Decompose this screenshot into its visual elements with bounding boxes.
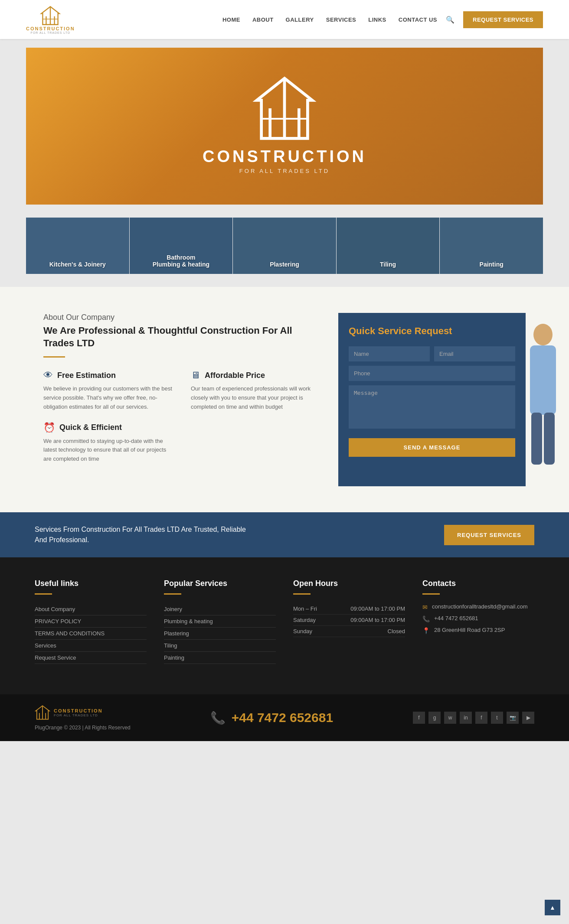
sunday-label: Sunday [293,628,312,634]
nav-links[interactable]: LINKS [368,16,386,23]
hours-row-sunday: Sunday Closed [293,626,405,637]
footer-logo-text: CONSTRUCTION [54,708,103,713]
contact-phone: +44 7472 652681 [434,615,478,621]
footer-logo-icon [35,705,50,720]
hours-row-weekday: Mon – Fri 09:00AM to 17:00 PM [293,603,405,615]
tile-plastering-label: Plastering [270,261,299,268]
nav-services[interactable]: SERVICES [326,16,356,23]
feature-free-estimation-desc: We believe in providing our customers wi… [43,384,173,411]
quick-form-title: Quick Service Request [349,325,515,338]
nav-home[interactable]: HOME [222,16,240,23]
social-icon-8[interactable]: ▶ [522,712,534,724]
feature-affordable-price-header: 🖥 Affordable Price [191,370,321,381]
message-textarea[interactable] [349,385,515,429]
logo[interactable]: CONSTRUCTION FOR ALL TRADES LTD [26,5,75,34]
footer-service-tiling[interactable]: Tiling [164,640,276,652]
nav-contact[interactable]: CONTACT US [399,16,437,23]
social-icon-2[interactable]: g [428,712,441,724]
footer-contacts-title: Contacts [422,579,534,588]
footer-grid: Useful links About Company PRIVACY POLIC… [35,579,534,664]
tile-bathroom-label: BathroomPlumbing & heating [153,254,209,268]
feature-affordable-price: 🖥 Affordable Price Our team of experienc… [191,370,321,411]
footer-link-request[interactable]: Request Service [35,652,147,664]
send-message-button[interactable]: SEND A MESSAGE [349,438,515,457]
footer-link-terms[interactable]: TERMS AND CONDITIONS [35,628,147,640]
social-icon-6[interactable]: t [491,712,503,724]
cta-request-button[interactable]: REQUEST SERVICES [444,525,534,545]
monitor-icon: 🖥 [191,370,200,381]
contact-email: constructionforalltradesltd@gmail.com [432,603,528,610]
contact-phone-row: 📞 +44 7472 652681 [422,615,534,622]
about-title: We Are Professional & Thoughtful Constru… [43,325,321,349]
nav-links: HOME ABOUT GALLERY SERVICES LINKS CONTAC… [222,16,437,23]
feature-affordable-price-desc: Our team of experienced professionals wi… [191,384,321,411]
tile-plastering[interactable]: Plastering [233,218,337,274]
eye-icon: 👁 [43,370,53,381]
about-section: About Our Company We Are Professional & … [0,287,569,512]
footer-phone-row: 📞 +44 7472 652681 [210,710,333,725]
service-tiles: Kitchen's & Joinery BathroomPlumbing & h… [26,218,543,274]
about-content: About Our Company We Are Professional & … [43,313,321,486]
footer-service-painting[interactable]: Painting [164,652,276,664]
cta-banner: Services From Construction For All Trade… [0,512,569,557]
svg-rect-14 [531,413,542,465]
social-icon-1[interactable]: f [413,712,425,724]
tile-kitchens[interactable]: Kitchen's & Joinery [26,218,130,274]
saturday-label: Saturday [293,617,316,623]
footer-popular-services-title: Popular Services [164,579,276,588]
tile-painting-label: Painting [480,261,504,268]
search-icon[interactable]: 🔍 [446,16,455,24]
social-icon-4[interactable]: in [460,712,472,724]
about-label: About Our Company [43,313,321,322]
name-input[interactable] [349,346,430,361]
sunday-hours: Closed [388,628,405,634]
form-phone-row [349,366,515,381]
feature-quick-efficient-desc: We are committed to staying up-to-date w… [43,437,173,464]
feature-quick-efficient-title: Quick & Efficient [59,423,122,432]
hero-title: CONSTRUCTION [203,147,366,166]
footer-open-hours-divider [293,593,311,595]
weekday-label: Mon – Fri [293,605,317,612]
footer-service-joinery[interactable]: Joinery [164,603,276,615]
svg-rect-15 [544,413,555,465]
tile-painting[interactable]: Painting [440,218,543,274]
request-services-button[interactable]: REQUEST SERVICES [463,11,543,28]
social-icon-5[interactable]: f [475,712,487,724]
person-silhouette [523,317,562,482]
logo-sub: FOR ALL TRADES LTD [31,31,70,34]
social-icon-3[interactable]: w [444,712,456,724]
footer-contacts-divider [422,593,440,595]
footer-link-privacy[interactable]: PRIVACY POLICY [35,615,147,628]
footer-bottom: CONSTRUCTION FOR ALL TRADES LTD PlugOran… [0,694,569,741]
footer-useful-links-title: Useful links [35,579,147,588]
phone-input[interactable] [349,366,515,381]
weekday-hours: 09:00AM to 17:00 PM [350,605,405,612]
footer-phone-icon: 📞 [210,711,226,725]
footer-link-services[interactable]: Services [35,640,147,652]
footer-useful-links: Useful links About Company PRIVACY POLIC… [35,579,147,664]
footer-contacts: Contacts ✉ constructionforalltradesltd@g… [422,579,534,664]
footer-open-hours: Open Hours Mon – Fri 09:00AM to 17:00 PM… [293,579,405,664]
footer-link-about[interactable]: About Company [35,603,147,615]
nav-gallery[interactable]: GALLERY [286,16,314,23]
nav-about[interactable]: ABOUT [252,16,274,23]
contact-address: 28 GreenHill Road G73 2SP [434,627,505,633]
feature-free-estimation-title: Free Estimation [57,371,116,380]
quick-service-form: Quick Service Request SEND A MESSAGE [338,313,526,486]
logo-icon [40,5,61,26]
footer-useful-links-divider [35,593,52,595]
clock-icon: ⏰ [43,422,55,433]
footer-service-plastering[interactable]: Plastering [164,628,276,640]
social-icon-7[interactable]: 📷 [507,712,519,724]
person-decoration [517,287,569,512]
tile-bathroom[interactable]: BathroomPlumbing & heating [130,218,233,274]
footer-service-plumbing[interactable]: Plumbing & heating [164,615,276,628]
copyright-text: PlugOrange © 2023 | All Rights Reserved [35,725,131,731]
svg-point-10 [533,324,553,345]
footer-open-hours-title: Open Hours [293,579,405,588]
email-input[interactable] [434,346,515,361]
tile-tiling[interactable]: Tiling [337,218,440,274]
footer-bottom-logo: CONSTRUCTION FOR ALL TRADES LTD [35,705,131,720]
footer-bottom-left: CONSTRUCTION FOR ALL TRADES LTD PlugOran… [35,705,131,731]
feature-grid: 👁 Free Estimation We believe in providin… [43,370,321,464]
